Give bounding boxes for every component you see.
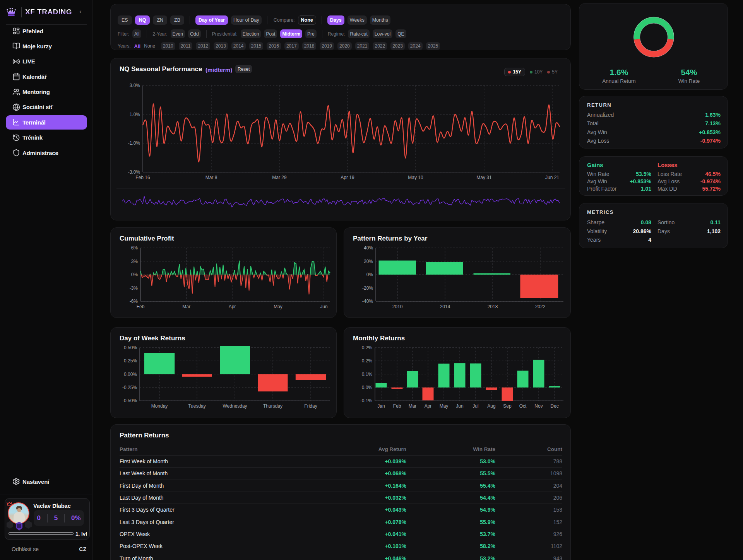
svg-text:Mar: Mar [182, 304, 190, 309]
svg-text:Apr: Apr [229, 304, 236, 309]
svg-text:Apr 19: Apr 19 [341, 175, 354, 180]
svg-text:Oct: Oct [519, 403, 527, 409]
svg-text:Apr: Apr [425, 403, 432, 409]
svg-text:0.50%: 0.50% [124, 345, 137, 350]
svg-text:3%: 3% [131, 259, 138, 264]
svg-text:2022: 2022 [535, 304, 546, 309]
svg-text:Thursday: Thursday [263, 403, 282, 409]
svg-text:Feb 16: Feb 16 [135, 175, 150, 180]
svg-text:Aug: Aug [487, 403, 495, 409]
svg-text:Mar 8: Mar 8 [205, 175, 217, 180]
svg-text:Jun: Jun [456, 403, 463, 409]
svg-text:-6%: -6% [130, 299, 138, 304]
svg-text:0.25%: 0.25% [124, 358, 137, 364]
svg-text:0%: 0% [131, 272, 138, 277]
svg-text:Tuesday: Tuesday [188, 403, 206, 409]
svg-text:Friday: Friday [304, 403, 317, 409]
svg-text:Jul: Jul [473, 403, 478, 409]
svg-text:0.00%: 0.00% [124, 372, 137, 377]
svg-text:Nov: Nov [534, 403, 543, 409]
svg-text:40%: 40% [364, 245, 373, 251]
svg-text:Jan: Jan [377, 403, 385, 409]
svg-text:Feb: Feb [137, 304, 145, 309]
svg-text:-1.0%: -1.0% [128, 140, 140, 146]
svg-text:-0.1%: -0.1% [360, 398, 373, 403]
svg-text:Mar: Mar [409, 403, 417, 409]
svg-text:Mar 29: Mar 29 [272, 175, 287, 180]
svg-text:Jun: Jun [320, 304, 327, 309]
svg-text:0.0%: 0.0% [362, 385, 373, 390]
svg-text:-0.25%: -0.25% [122, 385, 137, 390]
svg-text:May: May [274, 304, 282, 309]
svg-text:0.1%: 0.1% [362, 372, 373, 377]
svg-text:May: May [440, 403, 449, 409]
svg-text:6%: 6% [131, 245, 138, 251]
svg-text:-3%: -3% [130, 285, 138, 291]
svg-text:2018: 2018 [488, 304, 498, 309]
svg-text:-3.0%: -3.0% [128, 169, 140, 175]
svg-text:May 31: May 31 [476, 175, 492, 180]
svg-text:1.0%: 1.0% [130, 112, 140, 117]
svg-text:-20%: -20% [362, 285, 373, 291]
svg-text:0.2%: 0.2% [362, 358, 373, 364]
svg-text:Monday: Monday [151, 403, 168, 409]
svg-text:0%: 0% [366, 272, 373, 277]
svg-text:Dec: Dec [550, 403, 558, 409]
svg-text:Sep: Sep [503, 403, 512, 409]
svg-text:Wednesday: Wednesday [223, 403, 247, 409]
svg-text:20%: 20% [364, 259, 373, 264]
svg-text:Jun 21: Jun 21 [545, 175, 559, 180]
svg-text:2014: 2014 [440, 304, 450, 309]
svg-text:2010: 2010 [392, 304, 403, 309]
svg-text:3.0%: 3.0% [130, 83, 140, 88]
svg-text:Feb: Feb [393, 403, 401, 409]
svg-text:-0.50%: -0.50% [122, 398, 137, 403]
svg-text:May 10: May 10 [408, 175, 423, 180]
svg-text:-40%: -40% [362, 299, 373, 304]
svg-text:0.2%: 0.2% [362, 345, 373, 350]
